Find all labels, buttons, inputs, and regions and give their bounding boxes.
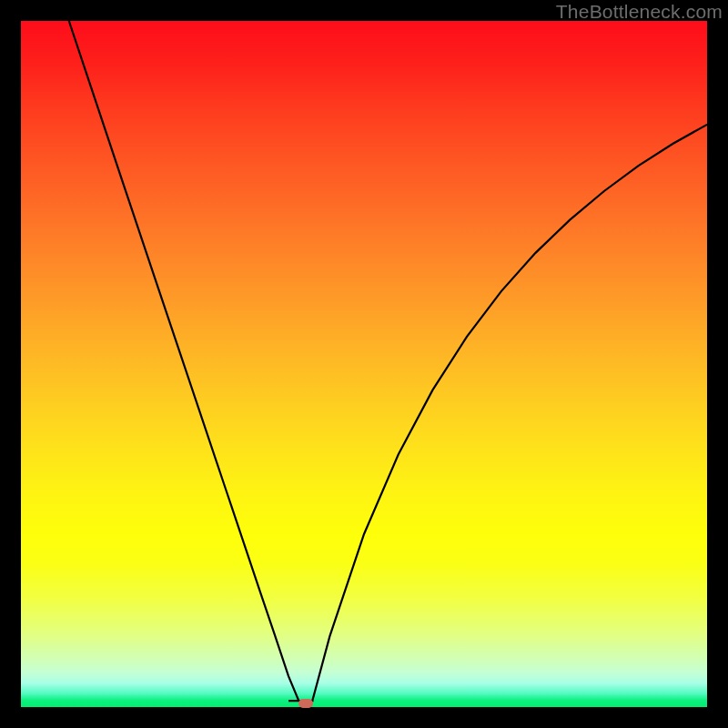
minimum-marker	[298, 699, 313, 708]
curve-path	[69, 21, 707, 701]
watermark-text: TheBottleneck.com	[556, 1, 723, 23]
bottleneck-curve	[21, 21, 707, 707]
